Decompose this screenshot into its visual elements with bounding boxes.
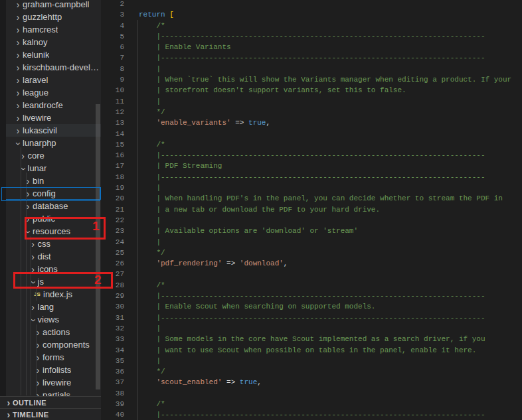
line-number: 16 (101, 150, 124, 161)
sidebar-scrollbar-thumb[interactable] (96, 104, 100, 389)
code-line-15: 15 /* (101, 139, 522, 150)
code-line-19: 19 | (101, 182, 522, 193)
chevron-right-icon: › (5, 399, 13, 407)
code-line-21: 21 | a new tab or download the PDF to yo… (101, 204, 522, 215)
code-line-20: 20 | When handling PDF's in the panel, y… (101, 193, 522, 204)
tree-item-label: actions (42, 327, 70, 337)
tree-item-kirschbaum-develop-[interactable]: ›kirschbaum-develop... (0, 61, 101, 74)
chevron-right-icon: › (34, 341, 42, 349)
code-text: |---------------------------------------… (124, 150, 485, 161)
tree-item-public[interactable]: ›public (0, 212, 101, 225)
code-text: | (124, 64, 161, 74)
tree-item-kalnoy[interactable]: ›kalnoy (0, 36, 101, 48)
tree-item-lang[interactable]: ›lang (0, 301, 101, 313)
indent-guide-line (36, 324, 37, 395)
line-number: 35 (101, 356, 124, 366)
tree-item-js[interactable]: ›js (0, 275, 101, 288)
tree-item-resources[interactable]: ›resources (0, 225, 101, 238)
code-line-40: 40 |------------------------------------… (101, 409, 522, 420)
tree-item-database[interactable]: ›database (0, 200, 101, 212)
tree-item-label: kelunik (22, 50, 49, 60)
code-text: */ (124, 247, 165, 258)
code-editor[interactable]: 23return [4 /*5 |-----------------------… (101, 0, 522, 420)
vscode-window: ›graham-campbell›guzzlehttp›hamcrest›kal… (0, 0, 522, 420)
line-number: 23 (101, 226, 124, 236)
code-line-38: 38 (101, 388, 522, 399)
chevron-right-icon: › (24, 190, 32, 198)
tree-item-config[interactable]: ›config (0, 187, 101, 200)
line-number: 29 (101, 291, 124, 301)
tree-item-laravel[interactable]: ›laravel (0, 74, 101, 86)
indent-guide-line (36, 287, 37, 301)
tree-item-views[interactable]: ›views (0, 313, 101, 326)
code-text: | Available options are 'download' or 's… (124, 226, 358, 236)
line-number: 25 (101, 247, 124, 258)
chevron-right-icon: › (34, 379, 42, 387)
line-number: 2 (101, 0, 124, 9)
line-number: 15 (101, 139, 124, 150)
tree-item-label: leandrocfe (22, 100, 63, 110)
tree-item-league[interactable]: ›league (0, 86, 101, 99)
tree-item-label: kirschbaum-develop... (22, 62, 101, 72)
timeline-section-header[interactable]: › TIMELINE (0, 408, 101, 420)
indent-guide-line (26, 173, 27, 395)
code-text: */ (124, 107, 165, 117)
tree-item-kelunik[interactable]: ›kelunik (0, 48, 101, 61)
code-text: |---------------------------------------… (124, 52, 485, 63)
code-text: 'scout_enabled' => true, (124, 377, 262, 387)
tree-item-index-js[interactable]: JSindex.js (0, 288, 101, 301)
tree-item-guzzlehttp[interactable]: ›guzzlehttp (0, 11, 101, 23)
line-number: 32 (101, 323, 124, 334)
tree-item-core[interactable]: ›core (0, 149, 101, 162)
code-line-39: 39 /* (101, 399, 522, 409)
tree-item-livewire[interactable]: ›livewire (0, 111, 101, 124)
code-text: |---------------------------------------… (124, 31, 485, 42)
tree-item-forms[interactable]: ›forms (0, 351, 101, 364)
tree-item-dist[interactable]: ›dist (0, 250, 101, 263)
line-number: 11 (101, 96, 124, 107)
chevron-down-icon: › (15, 139, 23, 147)
tree-item-components[interactable]: ›components (0, 338, 101, 351)
tree-item-label: kalnoy (22, 37, 48, 47)
code-line-32: 32 | (101, 323, 522, 334)
tree-item-label: resources (32, 226, 70, 236)
code-text: 'pdf_rendering' => 'download', (124, 258, 288, 269)
outline-section-header[interactable]: › OUTLINE (0, 396, 101, 409)
code-line-16: 16 |------------------------------------… (101, 150, 522, 161)
file-tree: ›graham-campbell›guzzlehttp›hamcrest›kal… (0, 0, 101, 401)
code-line-13: 13 'enable_variants' => true, (101, 117, 522, 128)
tree-item-label: lukascivil (22, 125, 57, 135)
tree-item-icons[interactable]: ›icons (0, 263, 101, 275)
tree-item-graham-campbell[interactable]: ›graham-campbell (0, 0, 101, 11)
tree-item-lunar[interactable]: ›lunar (0, 162, 101, 175)
tree-item-label: views (37, 315, 60, 324)
code-text: | want to use Scout when possible on tab… (124, 345, 476, 356)
tree-item-livewire[interactable]: ›livewire (0, 376, 101, 389)
tree-item-actions[interactable]: ›actions (0, 326, 101, 338)
tree-item-label: graham-campbell (22, 0, 89, 9)
tree-item-hamcrest[interactable]: ›hamcrest (0, 23, 101, 36)
code-line-36: 36 */ (101, 366, 522, 377)
tree-item-bin[interactable]: ›bin (0, 175, 101, 187)
code-text: | PDF Streaming (124, 161, 222, 171)
code-line-10: 10 | storefront doesn't support variants… (101, 85, 522, 96)
tree-item-leandrocfe[interactable]: ›leandrocfe (0, 99, 101, 111)
code-line-2: 2 (101, 0, 522, 9)
line-number: 28 (101, 280, 124, 291)
code-line-22: 22 | (101, 215, 522, 226)
chevron-right-icon: › (34, 366, 42, 374)
sidebar-left-strip (0, 0, 6, 420)
chevron-right-icon: › (14, 64, 22, 72)
tree-item-label: hamcrest (22, 25, 58, 35)
code-line-17: 17 | PDF Streaming (101, 161, 522, 171)
tree-item-label: lunar (27, 163, 47, 173)
tree-item-label: livewire (22, 113, 51, 123)
tree-item-css[interactable]: ›css (0, 238, 101, 250)
code-text: |---------------------------------------… (124, 172, 485, 182)
code-text: | (124, 356, 161, 366)
tree-item-lukascivil[interactable]: ›lukascivil (0, 124, 101, 137)
chevron-right-icon: › (14, 38, 22, 46)
code-text: /* (124, 399, 165, 409)
tree-item-lunarphp[interactable]: ›lunarphp (0, 137, 101, 149)
tree-item-infolists[interactable]: ›infolists (0, 364, 101, 376)
